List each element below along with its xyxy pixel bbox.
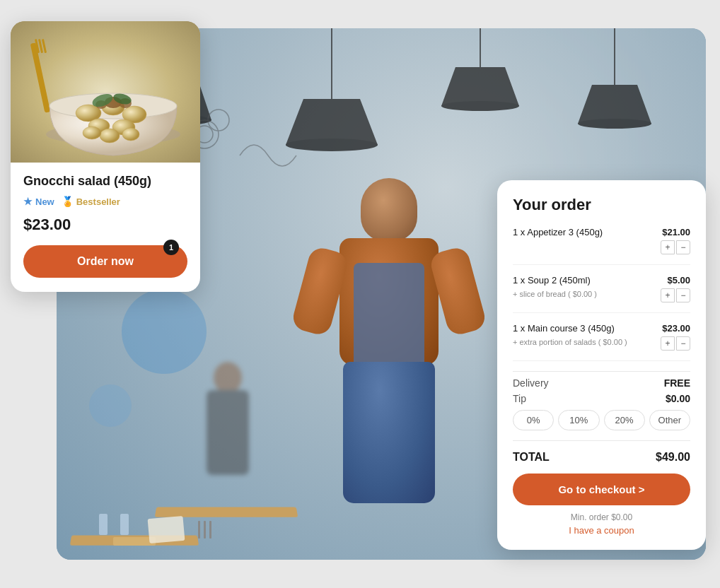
coupon-link[interactable]: I have a coupon: [513, 525, 690, 536]
tip-20[interactable]: 20%: [604, 410, 645, 430]
svg-point-9: [441, 101, 519, 111]
order-now-button[interactable]: Order now 1: [23, 245, 187, 278]
waiter-silhouette: [199, 362, 256, 503]
svg-marker-8: [441, 67, 519, 106]
delivery-value: FREE: [664, 377, 690, 389]
delivery-label: Delivery: [513, 377, 549, 389]
svg-point-7: [286, 139, 378, 151]
product-card: Gnocchi salad (450g) ★ New 🏅 Bestseller …: [11, 21, 200, 292]
qty-plus-2[interactable]: +: [661, 288, 675, 302]
order-item-1-name: 1 x Appetizer 3 (450g): [513, 227, 656, 237]
min-order-text: Min. order $0.00: [513, 512, 690, 522]
order-divider: [513, 371, 690, 372]
tip-options: 0% 10% 20% Other: [513, 410, 690, 430]
food-illustration: [11, 21, 200, 163]
tip-value: $0.00: [666, 393, 690, 404]
total-label: TOTAL: [513, 451, 550, 464]
qty-plus-1[interactable]: +: [661, 240, 675, 254]
star-icon: ★: [23, 196, 33, 207]
badge-new-label: New: [35, 196, 54, 207]
order-item-2-sub: + slice of bread ( $0.00 ): [513, 290, 597, 298]
qty-plus-3[interactable]: +: [661, 336, 675, 351]
order-item-3-name: 1 x Main course 3 (450g): [513, 323, 656, 334]
badge-bestseller: 🏅 Bestseller: [62, 196, 120, 207]
tip-label: Tip: [513, 393, 526, 404]
total-divider: [513, 440, 690, 441]
order-panel-title: Your order: [513, 196, 690, 214]
order-item-2-price: $5.00: [667, 275, 690, 286]
svg-marker-6: [286, 99, 378, 145]
qty-controls-3: + −: [661, 336, 690, 351]
tip-0[interactable]: 0%: [513, 410, 554, 430]
total-row: TOTAL $49.00: [513, 447, 690, 464]
svg-point-11: [578, 119, 651, 129]
qty-minus-2[interactable]: −: [676, 288, 690, 302]
order-item-1-price: $21.00: [662, 227, 690, 237]
qty-controls-2: + −: [661, 288, 690, 302]
order-item-3: 1 x Main course 3 (450g) $23.00 + extra …: [513, 323, 690, 361]
checkout-button[interactable]: Go to checkout >: [513, 474, 690, 505]
circle-deco: [122, 289, 207, 374]
medal-icon: 🏅: [62, 196, 74, 207]
badge-new: ★ New: [23, 196, 54, 207]
product-image: [11, 21, 200, 163]
svg-marker-10: [578, 85, 651, 124]
restaurant-tables: [57, 418, 515, 560]
qty-controls-1: + −: [661, 240, 690, 254]
cart-count-badge: 1: [163, 240, 179, 255]
badge-bestseller-label: Bestseller: [76, 196, 120, 207]
order-item-2: 1 x Soup 2 (450ml) $5.00 + slice of brea…: [513, 275, 690, 313]
tip-row: Tip $0.00: [513, 393, 690, 404]
qty-minus-3[interactable]: −: [676, 336, 690, 351]
qty-minus-1[interactable]: −: [676, 240, 690, 254]
delivery-row: Delivery FREE: [513, 377, 690, 389]
svg-point-28: [83, 127, 101, 139]
svg-point-27: [100, 129, 120, 143]
tip-other[interactable]: Other: [649, 410, 690, 430]
svg-point-29: [122, 128, 139, 141]
tip-10[interactable]: 10%: [558, 410, 599, 430]
product-price: $23.00: [23, 216, 187, 234]
order-panel: Your order 1 x Appetizer 3 (450g) $21.00…: [497, 180, 706, 550]
order-item-2-name: 1 x Soup 2 (450ml): [513, 275, 661, 286]
product-card-body: Gnocchi salad (450g) ★ New 🏅 Bestseller …: [11, 163, 200, 292]
order-item-3-sub: + extra portion of salads ( $0.00 ): [513, 338, 627, 346]
order-item-1: 1 x Appetizer 3 (450g) $21.00 + −: [513, 227, 690, 265]
order-item-3-price: $23.00: [662, 323, 690, 334]
product-title: Gnocchi salad (450g): [23, 174, 187, 189]
total-value: $49.00: [656, 451, 690, 464]
order-now-label: Order now: [77, 255, 134, 267]
product-badges: ★ New 🏅 Bestseller: [23, 196, 187, 207]
